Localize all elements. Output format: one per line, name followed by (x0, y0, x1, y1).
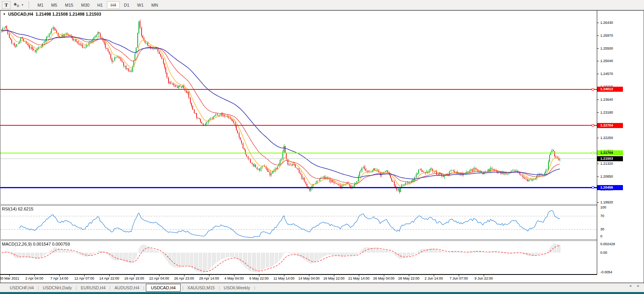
price-badge: 1.24013 (597, 87, 623, 92)
chart-tab-usdchf-h4[interactable]: USDCHF,H4 (6, 284, 37, 291)
dropdown-caret-icon: ▾ (21, 3, 23, 7)
price-tick-mark (597, 176, 599, 177)
chart-tab-bar: USDCHF,H4|USDCNH,Daily|EURUSD,H4|AUDUSD,… (0, 283, 644, 292)
tab-separator: | (219, 285, 220, 290)
price-tick-mark (597, 36, 599, 36)
price-badge: 1.21503 (597, 156, 623, 161)
date-axis-label: 26 May 04:00 (373, 276, 395, 280)
date-axis-label: 14 Apr 22:00 (99, 276, 119, 280)
date-axis-label: 2 Jun 14:00 (424, 276, 443, 280)
price-tick-label: 1.22250 (600, 136, 613, 140)
chart-tab-audusd-h4[interactable]: AUDUSD,H4 (111, 284, 143, 291)
date-axis-label: 7 Apr 14:00 (50, 276, 68, 280)
rsi-level-label: 0 (600, 234, 602, 238)
price-badge: 1.22704 (597, 123, 623, 128)
price-badge: 1.20456 (597, 185, 623, 190)
date-axis-label: 6 May 22:00 (249, 276, 269, 280)
tab-scroll-left-icon[interactable]: ◄ (628, 284, 632, 288)
price-tick-mark (597, 23, 599, 23)
drawing-tools-button[interactable]: ▾ (11, 1, 25, 9)
date-axis-label: 12 Apr 07:00 (74, 276, 94, 280)
tab-separator: | (254, 285, 255, 290)
rsi-level-label: 100 (600, 205, 606, 209)
price-tick-mark (597, 48, 599, 49)
date-axis-label: 11 May 14:00 (273, 276, 295, 280)
price-tick-label: 1.25970 (600, 34, 613, 37)
chart-title-text: USDCAD,H4 1.21498 1.21508 1.21498 1.2150… (8, 12, 101, 16)
timeframe-button-h4[interactable]: H4 (107, 1, 119, 9)
chart-title: ▼USDCAD,H4 1.21498 1.21508 1.21498 1.215… (3, 12, 101, 16)
price-tick-label: 1.23180 (600, 110, 613, 114)
toolbar-grip (28, 2, 31, 8)
price-tick-mark (597, 202, 599, 203)
date-axis-label: 26 Apr 23:00 (174, 276, 194, 280)
price-tick-label: 1.26430 (600, 21, 613, 25)
timeframe-button-d1[interactable]: D1 (121, 1, 133, 9)
mt4-terminal: { "toolbar": { "text_tool_label": "T", "… (0, 0, 644, 294)
text-tool-icon: T (5, 2, 8, 8)
timeframe-button-m5[interactable]: M5 (48, 1, 60, 9)
rsi-level-label: 30 (600, 227, 604, 231)
tab-separator: | (38, 285, 39, 290)
price-chart-canvas[interactable] (0, 11, 597, 204)
date-axis-line (0, 274, 597, 275)
rsi-indicator-label: RSI(14) 62.6215 (2, 207, 34, 211)
date-axis-label: 19 Apr 15:00 (124, 276, 144, 280)
date-axis-label: 2 Apr 04:00 (25, 276, 43, 280)
price-tick-label: 1.21320 (600, 162, 613, 166)
date-axis-label: 29 Apr 14:00 (199, 276, 219, 280)
timeframe-button-m15[interactable]: M15 (62, 1, 77, 9)
tab-scroll-controls: ◄ ► (628, 284, 640, 288)
timeframe-button-h1[interactable]: H1 (94, 1, 106, 9)
price-tick-label: 1.25040 (600, 59, 613, 63)
date-axis-label: 21 May 14:00 (348, 276, 370, 280)
rsi-level-label: 70 (600, 214, 604, 218)
price-tick-mark (597, 164, 599, 164)
macd-level-label: -0.0054 (600, 270, 612, 274)
price-tick-label: 1.24570 (600, 72, 613, 76)
chart-tab-xauusd-m15[interactable]: XAUUSD,M15 (184, 284, 218, 291)
date-axis-label: 9 Jun 22:00 (474, 276, 493, 280)
macd-indicator-label: MACD(12,26,9) 0.001547 0.000759 (2, 242, 70, 246)
date-axis-label: 18 May 22:00 (323, 276, 345, 280)
macd-level-label: 0.002429 (600, 242, 615, 246)
date-axis-label: 28 May 22:00 (398, 276, 420, 280)
price-tick-mark (597, 100, 599, 100)
price-tick-mark (597, 61, 599, 61)
price-chart-pane[interactable] (0, 11, 597, 204)
date-axis-label: 7 Jun 07:00 (449, 276, 468, 280)
macd-canvas[interactable] (0, 241, 597, 274)
timeframe-button-w1[interactable]: W1 (134, 1, 147, 9)
tab-separator: | (182, 285, 183, 290)
chart-tab-usoil-weekly[interactable]: USOil,Weekly (220, 284, 254, 291)
date-axis-label: 14 May 04:00 (298, 276, 320, 280)
timeframe-button-group: M1M5M15M30H1H4D1W1MN (34, 1, 161, 9)
chart-tab-eurusd-h4[interactable]: EURUSD,H4 (77, 284, 109, 291)
price-tick-label: 1.19920 (600, 200, 613, 204)
price-axis-line (597, 11, 597, 275)
chart-tab-usdcnh-daily[interactable]: USDCNH,Daily (39, 284, 76, 291)
tab-scroll-right-icon[interactable]: ► (637, 284, 640, 288)
tab-separator: | (76, 285, 77, 290)
chart-collapse-icon[interactable]: ▼ (3, 12, 6, 16)
bottom-strip (0, 292, 644, 294)
price-tick-label: 1.25500 (600, 46, 613, 50)
price-tick-mark (597, 138, 599, 138)
macd-indicator-pane[interactable] (0, 241, 597, 274)
date-axis-label: 22 Apr 04:00 (149, 276, 169, 280)
rsi-indicator-pane[interactable] (0, 206, 597, 239)
date-axis-label: 30 Mar 2021 (0, 276, 19, 280)
rsi-canvas[interactable] (0, 206, 597, 239)
timeframe-button-mn[interactable]: MN (148, 1, 161, 9)
drawing-tools-icon (13, 2, 20, 8)
price-tick-label: 1.20850 (600, 175, 613, 178)
price-badge: 1.21704 (597, 150, 623, 155)
text-tool-button[interactable]: T (2, 1, 11, 9)
tab-separator: | (110, 285, 111, 290)
price-tick-label: 1.23640 (600, 98, 613, 102)
timeframe-button-m1[interactable]: M1 (34, 1, 47, 9)
macd-level-label: 0.00 (600, 251, 607, 255)
top-toolbar: T ▾ M1M5M15M30H1H4D1W1MN (0, 0, 644, 10)
chart-tab-usdcad-h4[interactable]: USDCAD,H4 (146, 284, 181, 292)
timeframe-button-m30[interactable]: M30 (78, 1, 93, 9)
